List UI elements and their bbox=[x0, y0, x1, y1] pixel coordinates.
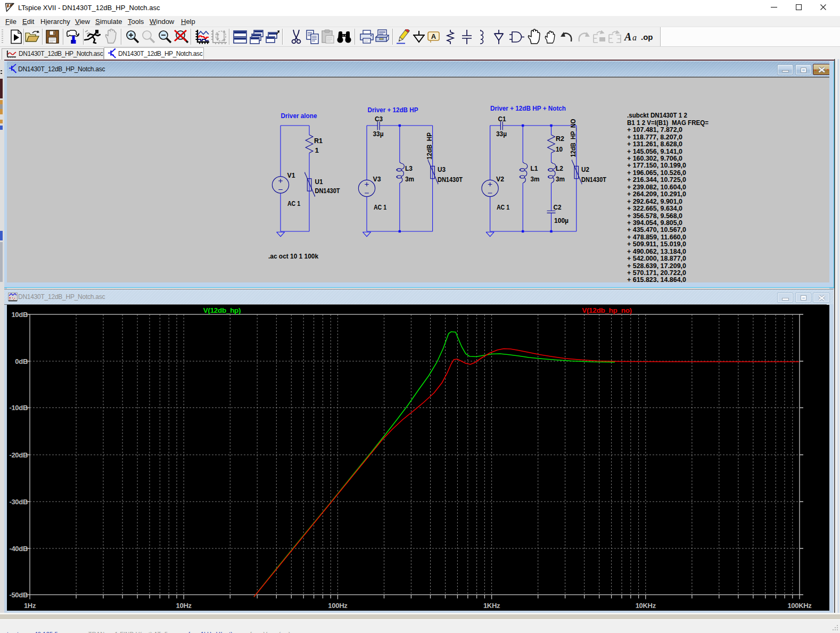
svg-text:U3: U3 bbox=[438, 165, 446, 173]
svg-text:.op: .op bbox=[641, 32, 653, 41]
svg-text:U1: U1 bbox=[315, 178, 323, 186]
svg-text:1Hz: 1Hz bbox=[24, 602, 36, 610]
svg-text:-50dB: -50dB bbox=[9, 591, 28, 599]
svg-text:1KHz: 1KHz bbox=[483, 602, 500, 610]
svg-text:-20dB: -20dB bbox=[9, 451, 28, 459]
svg-text:R1: R1 bbox=[314, 137, 323, 145]
svg-text:a: a bbox=[632, 33, 637, 42]
svg-text:C2: C2 bbox=[554, 203, 562, 211]
svg-text:DN1430T: DN1430T bbox=[581, 176, 607, 184]
svg-text:R2: R2 bbox=[556, 135, 564, 143]
svg-text:33µ: 33µ bbox=[373, 130, 384, 138]
svg-text:DN1430T: DN1430T bbox=[438, 176, 463, 184]
svg-text:L3: L3 bbox=[405, 164, 413, 172]
svg-text:100µ: 100µ bbox=[554, 216, 569, 224]
svg-text:3m: 3m bbox=[531, 175, 540, 183]
svg-text:-10dB: -10dB bbox=[9, 404, 28, 412]
svg-text:12dB_HP: 12dB_HP bbox=[425, 132, 433, 160]
svg-text:A: A bbox=[624, 31, 631, 43]
svg-text:0dB: 0dB bbox=[15, 357, 28, 365]
svg-text:L2: L2 bbox=[556, 164, 563, 172]
svg-text:-30dB: -30dB bbox=[9, 498, 28, 506]
svg-text:C1: C1 bbox=[498, 115, 506, 123]
svg-text:10Hz: 10Hz bbox=[176, 602, 192, 610]
svg-text:Driver + 12dB HP: Driver + 12dB HP bbox=[368, 106, 418, 114]
svg-text:Driver + 12dB HP + Notch: Driver + 12dB HP + Notch bbox=[490, 104, 566, 112]
svg-text:3m: 3m bbox=[556, 175, 565, 183]
svg-text:10: 10 bbox=[556, 145, 563, 153]
svg-text:V2: V2 bbox=[496, 175, 504, 183]
svg-text:-40dB: -40dB bbox=[9, 545, 28, 553]
svg-text:+ 615.823, 14.864,0: + 615.823, 14.864,0 bbox=[627, 276, 686, 282]
svg-text:AC 1: AC 1 bbox=[374, 203, 386, 211]
svg-text:100KHz: 100KHz bbox=[787, 602, 812, 610]
svg-text:V(12db_hp): V(12db_hp) bbox=[203, 306, 241, 314]
svg-text:V3: V3 bbox=[373, 175, 381, 183]
svg-text:.ac oct 10 1 100k: .ac oct 10 1 100k bbox=[268, 252, 318, 260]
svg-text:V(12db_hp_no): V(12db_hp_no) bbox=[582, 306, 632, 314]
svg-text:10KHz: 10KHz bbox=[636, 602, 656, 610]
svg-text:AC 1: AC 1 bbox=[497, 203, 509, 211]
svg-text:12dB_HP_NO: 12dB_HP_NO bbox=[569, 119, 577, 157]
svg-text:V1: V1 bbox=[287, 171, 295, 179]
svg-text:33µ: 33µ bbox=[496, 130, 507, 138]
svg-text:L1: L1 bbox=[531, 164, 538, 172]
svg-text:C3: C3 bbox=[375, 115, 383, 123]
svg-text:1: 1 bbox=[315, 146, 319, 154]
svg-text:10dB: 10dB bbox=[11, 311, 28, 319]
svg-text:A: A bbox=[431, 32, 437, 40]
svg-text:3m: 3m bbox=[405, 175, 414, 183]
svg-text:U2: U2 bbox=[581, 165, 589, 173]
svg-text:DN1430T: DN1430T bbox=[315, 187, 341, 195]
svg-text:100Hz: 100Hz bbox=[328, 602, 348, 610]
svg-text:Driver alone: Driver alone bbox=[281, 112, 317, 120]
svg-text:AC 1: AC 1 bbox=[287, 199, 300, 207]
